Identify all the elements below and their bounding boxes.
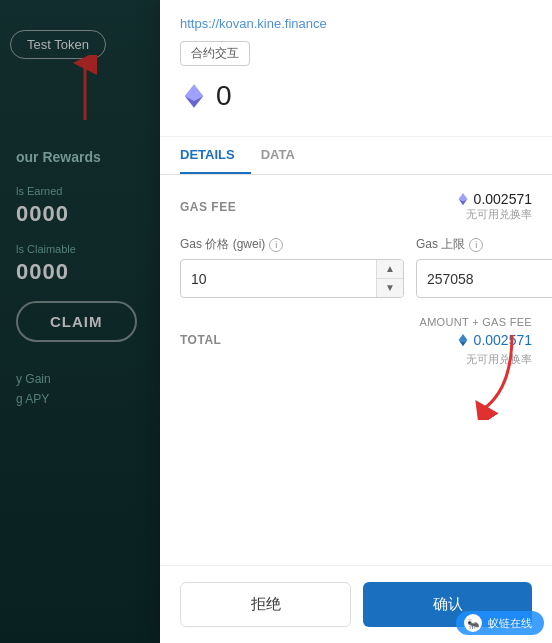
modal-panel: https://kovan.kine.finance 合约交互 0 DETAIL… (160, 0, 552, 643)
gas-price-down-button[interactable]: ▼ (377, 279, 403, 297)
total-eth-amount: 0.002571 (474, 332, 532, 348)
eth-icon-small (456, 192, 470, 206)
eth-amount-row: 0 (180, 80, 532, 112)
watermark-text: 蚁链在线 (488, 616, 532, 631)
total-main-row: TOTAL 0.002571 (180, 332, 532, 348)
gas-price-up-button[interactable]: ▲ (377, 260, 403, 279)
modal-url: https://kovan.kine.finance (180, 16, 532, 31)
reject-button[interactable]: 拒绝 (180, 582, 351, 627)
gas-limit-group: Gas 上限 i ▲ ▼ (416, 236, 552, 298)
watermark: 🐜 蚁链在线 (456, 611, 544, 635)
gas-price-info-icon[interactable]: i (269, 238, 283, 252)
gas-fee-note: 无可用兑换率 (456, 207, 532, 222)
gas-fee-amount: 0.002571 (474, 191, 532, 207)
gas-limit-input[interactable] (417, 263, 552, 295)
total-value: 0.002571 (456, 332, 532, 348)
gas-limit-input-wrapper: ▲ ▼ (416, 259, 552, 298)
gas-inputs-row: Gas 价格 (gwei) i ▲ ▼ Gas 上限 i (180, 236, 532, 298)
tab-details[interactable]: DETAILS (180, 137, 251, 174)
gas-limit-label: Gas 上限 i (416, 236, 552, 253)
gas-price-group: Gas 价格 (gwei) i ▲ ▼ (180, 236, 404, 298)
amount-gas-label: AMOUNT + GAS FEE (420, 316, 532, 328)
total-label: TOTAL (180, 333, 221, 347)
total-note: 无可用兑换率 (180, 352, 532, 367)
gas-price-input-wrapper: ▲ ▼ (180, 259, 404, 298)
gas-fee-eth: 0.002571 (456, 191, 532, 207)
gas-fee-row: GAS FEE 0.002571 无可用兑换率 (180, 191, 532, 222)
eth-amount: 0 (216, 80, 232, 112)
modal-header: https://kovan.kine.finance 合约交互 0 (160, 0, 552, 137)
gas-limit-info-icon[interactable]: i (469, 238, 483, 252)
gas-fee-value: 0.002571 无可用兑换率 (456, 191, 532, 222)
watermark-icon: 🐜 (464, 614, 482, 632)
total-row: AMOUNT + GAS FEE TOTAL 0.002571 无可用兑换率 (180, 316, 532, 367)
gas-price-label: Gas 价格 (gwei) i (180, 236, 404, 253)
total-header: AMOUNT + GAS FEE (180, 316, 532, 328)
contract-tag: 合约交互 (180, 41, 250, 66)
eth-diamond-large-icon (180, 82, 208, 110)
gas-price-stepper: ▲ ▼ (376, 260, 403, 297)
total-eth-icon (456, 333, 470, 347)
tabs-row: DETAILS DATA (160, 137, 552, 175)
tab-data[interactable]: DATA (261, 137, 311, 174)
details-section: GAS FEE 0.002571 无可用兑换率 Gas 价格 (gwei) i (160, 175, 552, 565)
gas-fee-label: GAS FEE (180, 200, 236, 214)
gas-price-input[interactable] (181, 263, 376, 295)
